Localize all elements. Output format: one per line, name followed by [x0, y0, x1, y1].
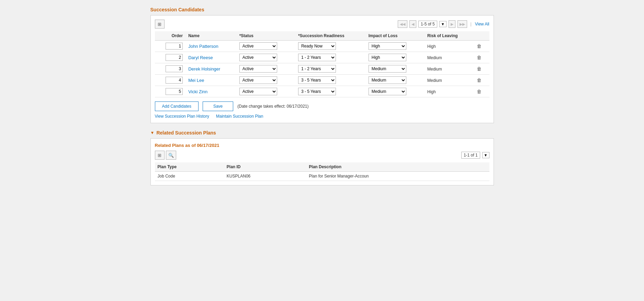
- view-history-link[interactable]: View Succession Plan History: [155, 114, 210, 119]
- order-input[interactable]: [166, 65, 183, 72]
- status-select[interactable]: ActiveInactive: [239, 65, 277, 73]
- succession-candidates-title: Succession Candidates: [150, 7, 494, 12]
- risk-of-leaving-cell: Medium: [425, 52, 473, 63]
- related-header: ▼ Related Succession Plans: [150, 130, 494, 136]
- readiness-select[interactable]: Ready Now1 - 2 Years3 - 5 Years5+ Years: [298, 76, 336, 84]
- risk-of-leaving-cell: Medium: [425, 75, 473, 86]
- related-plans-table: Plan Type Plan ID Plan Description Job C…: [155, 162, 489, 181]
- risk-of-leaving-cell: High: [425, 41, 473, 52]
- related-toolbar-right: 1-1 of 1 ▼: [461, 152, 489, 159]
- status-select[interactable]: ActiveInactive: [239, 42, 277, 50]
- page-container: Succession Candidates ⊞ ◀◀ ◀ 1-5 of 5 ▼ …: [150, 7, 494, 185]
- candidate-name-link[interactable]: Derek Holsinger: [188, 66, 220, 72]
- table-row: John PattersonActiveInactiveReady Now1 -…: [155, 41, 489, 52]
- related-grid-button[interactable]: ⊞: [155, 151, 165, 160]
- pagination-dropdown[interactable]: ▼: [439, 21, 447, 27]
- candidates-table: Order Name *Status *Succession Readiness…: [155, 31, 489, 97]
- table-header-row: Order Name *Status *Succession Readiness…: [155, 31, 489, 41]
- delete-candidate-button[interactable]: 🗑: [476, 65, 482, 72]
- related-toolbar-left: ⊞ 🔍: [155, 151, 176, 160]
- toolbar-right: ◀◀ ◀ 1-5 of 5 ▼ ▶ ▶▶ | View All: [398, 20, 489, 28]
- status-select[interactable]: ActiveInactive: [239, 88, 277, 95]
- candidate-name-link[interactable]: John Patterson: [188, 44, 218, 49]
- impact-select[interactable]: HighMediumLow: [369, 54, 406, 61]
- view-all-link[interactable]: View All: [475, 22, 489, 26]
- risk-of-leaving-cell: Medium: [425, 63, 473, 75]
- toolbar-left: ⊞: [155, 20, 165, 29]
- last-page-button[interactable]: ▶▶: [457, 20, 467, 28]
- impact-select[interactable]: HighMediumLow: [369, 88, 406, 95]
- candidate-name-link[interactable]: Vicki Zinn: [188, 89, 207, 94]
- grid-icon: ⊞: [158, 22, 161, 27]
- risk-value: Medium: [427, 55, 442, 60]
- related-header-row: Plan Type Plan ID Plan Description: [155, 162, 489, 172]
- status-select[interactable]: ActiveInactive: [239, 76, 277, 84]
- impact-select[interactable]: HighMediumLow: [369, 65, 406, 73]
- first-page-button[interactable]: ◀◀: [398, 20, 407, 28]
- readiness-select[interactable]: Ready Now1 - 2 Years3 - 5 Years5+ Years: [298, 54, 336, 61]
- risk-value: Medium: [427, 67, 442, 72]
- col-name: Name: [185, 31, 236, 41]
- links-row: View Succession Plan History Maintain Su…: [155, 114, 489, 119]
- grid-view-button[interactable]: ⊞: [155, 20, 165, 29]
- risk-of-leaving-cell: High: [425, 86, 473, 97]
- prev-page-button[interactable]: ◀: [409, 20, 416, 28]
- candidate-name-link[interactable]: Mei Lee: [188, 78, 204, 83]
- impact-select[interactable]: HighMediumLow: [369, 76, 406, 84]
- risk-value: High: [427, 44, 436, 49]
- collapse-arrow[interactable]: ▼: [150, 130, 155, 135]
- delete-candidate-button[interactable]: 🗑: [476, 43, 482, 50]
- delete-candidate-button[interactable]: 🗑: [476, 54, 482, 61]
- related-pagination-dropdown[interactable]: ▼: [482, 152, 489, 158]
- col-succession-readiness: *Succession Readiness: [295, 31, 366, 41]
- col-impact-of-loss: Impact of Loss: [366, 31, 425, 41]
- readiness-select[interactable]: Ready Now1 - 2 Years3 - 5 Years5+ Years: [298, 88, 336, 95]
- col-plan-description: Plan Description: [306, 162, 489, 172]
- col-order: Order: [155, 31, 186, 41]
- col-plan-id: Plan ID: [224, 162, 306, 172]
- pagination-info: 1-5 of 5: [418, 21, 437, 28]
- order-input[interactable]: [166, 88, 183, 95]
- col-actions: [473, 31, 489, 41]
- order-input[interactable]: [166, 43, 183, 50]
- related-plan-row: Job CodeKUSPLAN06Plan for Senior Manager…: [155, 172, 489, 181]
- candidate-name-link[interactable]: Daryl Reese: [188, 55, 213, 60]
- related-toolbar: ⊞ 🔍 1-1 of 1 ▼: [155, 151, 489, 160]
- date-note: (Date change takes effect: 06/17/2021): [237, 104, 308, 109]
- add-candidates-button[interactable]: Add Candidates: [155, 101, 199, 111]
- succession-candidates-box: ⊞ ◀◀ ◀ 1-5 of 5 ▼ ▶ ▶▶ | View All Order …: [150, 15, 494, 123]
- maintain-plan-link[interactable]: Maintain Succession Plan: [216, 114, 263, 119]
- table-row: Daryl ReeseActiveInactiveReady Now1 - 2 …: [155, 52, 489, 63]
- table-row: Mei LeeActiveInactiveReady Now1 - 2 Year…: [155, 75, 489, 86]
- related-box: Related Plans as of 06/17/2021 ⊞ 🔍 1-1 o…: [150, 138, 494, 185]
- readiness-select[interactable]: Ready Now1 - 2 Years3 - 5 Years5+ Years: [298, 42, 336, 50]
- plan-description-cell: Plan for Senior Manager-Accoun: [306, 172, 489, 181]
- related-pagination-info: 1-1 of 1: [461, 152, 480, 159]
- related-search-button[interactable]: 🔍: [166, 151, 176, 160]
- order-input[interactable]: [166, 54, 183, 61]
- col-status: *Status: [237, 31, 295, 41]
- order-input[interactable]: [166, 77, 183, 84]
- related-section-title: Related Succession Plans: [156, 130, 216, 136]
- risk-value: Medium: [427, 78, 442, 83]
- candidates-toolbar: ⊞ ◀◀ ◀ 1-5 of 5 ▼ ▶ ▶▶ | View All: [155, 20, 489, 29]
- save-button[interactable]: Save: [203, 101, 233, 111]
- related-section: ▼ Related Succession Plans Related Plans…: [150, 130, 494, 185]
- plan-type-cell: Job Code: [155, 172, 224, 181]
- col-plan-type: Plan Type: [155, 162, 224, 172]
- delete-candidate-button[interactable]: 🗑: [476, 88, 482, 95]
- delete-candidate-button[interactable]: 🗑: [476, 77, 482, 84]
- table-row: Derek HolsingerActiveInactiveReady Now1 …: [155, 63, 489, 75]
- plan-id-cell: KUSPLAN06: [224, 172, 306, 181]
- next-page-button[interactable]: ▶: [449, 20, 455, 28]
- table-row: Vicki ZinnActiveInactiveReady Now1 - 2 Y…: [155, 86, 489, 97]
- readiness-select[interactable]: Ready Now1 - 2 Years3 - 5 Years5+ Years: [298, 65, 336, 73]
- risk-value: High: [427, 89, 436, 94]
- action-row: Add Candidates Save (Date change takes e…: [155, 101, 489, 111]
- col-risk-of-leaving: Risk of Leaving: [425, 31, 473, 41]
- impact-select[interactable]: HighMediumLow: [369, 42, 406, 50]
- related-plans-subtitle: Related Plans as of 06/17/2021: [155, 143, 489, 148]
- status-select[interactable]: ActiveInactive: [239, 54, 277, 61]
